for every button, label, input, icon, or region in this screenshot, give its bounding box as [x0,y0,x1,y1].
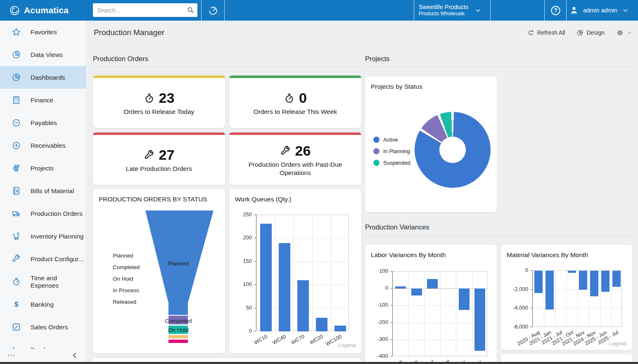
sidebar-item-product-configur[interactable]: Product Configur... [0,248,86,270]
legend-link[interactable]: Legend [338,343,356,348]
kpi-label: Orders to Release Today [123,108,194,116]
sidebar-item-data-views[interactable]: Data Views [0,43,86,66]
plot-area [532,270,622,327]
star-icon [12,27,21,37]
design-button[interactable]: Design [576,29,605,36]
sidebar-item-label: Dashboards [31,74,65,81]
company-branch-menu[interactable]: Sweetlife Products Products Wholesale [419,0,482,21]
sidebar-item-label: Bills of Material [31,187,74,195]
sidebar-item-label: Inventory Planning [31,233,83,240]
separator [490,0,491,21]
legend-link[interactable]: Legend [609,341,626,347]
sidebar-item-projects[interactable]: Projects [0,157,86,180]
svg-text:Completed: Completed [165,318,192,324]
y-tick-label: -6,000 [501,324,528,330]
svg-text:On Hold: On Hold [168,327,189,333]
stopwatch-icon [12,277,21,286]
chart-title: Material Variances By Month [507,251,588,259]
y-tick-label: -400 [365,353,388,359]
sidebar-item-label: Sales Orders [31,324,68,331]
screen-bottom-edge [0,362,638,364]
legend-label: Active [383,137,398,143]
svg-text:Planned: Planned [168,260,189,267]
bar-2025-jun [601,271,610,292]
search-icon[interactable] [186,6,195,14]
calculator-icon [12,95,21,105]
chart-title: Labor Variances By Month [371,251,446,259]
bar-2025-jul [612,271,621,287]
more-options-icon[interactable] [7,351,16,360]
kpi-card-late-production-orders[interactable]: 27Late Production Orders [93,132,225,185]
bar-wc70 [297,280,309,331]
kpi-card-orders-to-release-this-week[interactable]: 0Orders to Release This Week [229,76,361,128]
refresh-all-button[interactable]: Refresh All [527,29,565,36]
sidebar-item-label: Payables [31,119,57,127]
dashboard-settings-button[interactable] [616,29,632,37]
svg-text:Released: Released [113,299,136,305]
sidebar-item-label: Finance [31,97,53,104]
kpi-label: Production Orders with Past-Due Operatio… [235,161,355,177]
work-queues-chart-card: Work Queues (Qty.) Legend 25020015010050… [229,189,361,353]
y-tick-label: 0 [365,285,388,291]
legend-label: In Planning [383,148,410,154]
user-menu[interactable]: admin admin [569,0,629,21]
sidebar-item-finance[interactable]: Finance [0,89,86,111]
x-tick-label: WC70 [290,333,305,345]
kpi-label: Orders to Release This Week [254,108,337,116]
legend-dot [373,137,379,143]
timer-icon [208,5,218,16]
legend-item-suspended: Suspended [373,160,410,166]
y-tick-label: 0 [229,328,252,334]
business-date-button[interactable] [202,0,224,21]
y-tick-label: -300 [365,336,388,342]
pie-icon [12,50,21,59]
gear-icon [616,29,624,37]
separator [224,0,225,21]
page-title: Production Manager [94,28,164,37]
search-input[interactable] [93,3,197,17]
y-tick-label: -200 [365,319,388,325]
sidebar-item-label: Projects [31,165,54,172]
sidebar-item-bills-of-material[interactable]: $Bills of Material [0,180,86,202]
sidebar-item-label: Product Configur... [31,255,83,263]
sidebar-item-banking[interactable]: $Banking [0,293,86,316]
svg-text:On Hold: On Hold [113,276,133,282]
sidebar-item-dashboards[interactable]: Dashboards [0,66,86,89]
sidebar-item-favorites[interactable]: Favorites [0,21,86,43]
sidebar-item-time-and-expenses[interactable]: Time and Expenses [0,270,86,293]
page-header: Production Manager Refresh All Design [94,28,632,37]
truck-icon [12,209,21,218]
legend-dot [373,160,379,166]
sidebar-item-label: Receivables [31,142,65,149]
minus-circle-icon [12,118,21,128]
funnel-chart: PlannedCompletedOn HoldPlannedCompletedO… [93,189,225,353]
acumatica-logo[interactable]: Acumatica [9,0,69,21]
section-production-variances: Production Variances [365,223,632,236]
sidebar-item-receivables[interactable]: Receivables [0,134,86,157]
svg-text:Planned: Planned [113,253,133,259]
bar-wc40 [279,243,290,331]
wrench-icon [280,145,291,156]
sidebar-item-production-orders[interactable]: Production Orders [0,202,86,225]
help-button[interactable]: ? [545,0,566,21]
user-icon [569,5,579,15]
x-tick-label: WC20 [308,333,324,345]
plot-area [392,271,487,356]
bar-wc100 [334,326,346,331]
sidebar-item-inventory-planning[interactable]: Inventory Planning [0,225,86,248]
bar-2021-jan [411,288,422,295]
design-icon [576,29,583,36]
kpi-card-orders-to-release-today[interactable]: 23Orders to Release Today [93,76,225,128]
bar-wc10 [260,224,272,331]
bar-wc20 [316,318,327,331]
sidebar-item-sales-orders[interactable]: Sales Orders [0,316,86,338]
legend-label: Suspended [383,160,410,166]
sidebar-item-payables[interactable]: Payables [0,111,86,134]
pie-icon [12,73,21,82]
collapse-sidebar-icon[interactable] [70,351,79,360]
kpi-card-production-orders-with-past-due-operations[interactable]: 26Production Orders with Past-Due Operat… [229,132,361,185]
x-tick-label: WC10 [253,333,268,345]
chart-title: Work Queues (Qty.) [235,196,291,203]
plot-area [256,215,349,331]
sidebar-nav: FavoritesData ViewsDashboardsFinancePaya… [0,21,86,364]
